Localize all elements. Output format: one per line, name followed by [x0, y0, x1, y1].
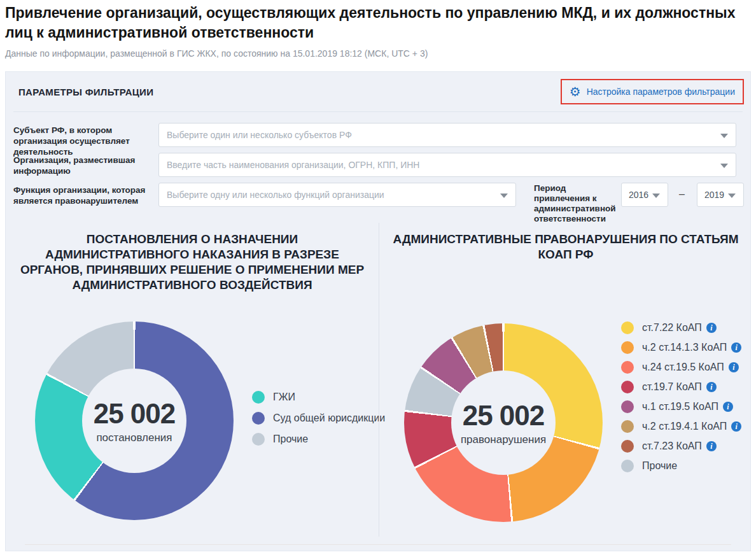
- dropdown-arrow-icon[interactable]: [720, 164, 728, 168]
- resolutions-chart-section: ПОСТАНОВЛЕНИЯ О НАЗНАЧЕНИИ АДМИНИСТРАТИВ…: [6, 220, 379, 540]
- legend-label: ч.24 ст.19.5 КоАП: [642, 362, 724, 373]
- organization-select[interactable]: [158, 153, 736, 177]
- legend-label: ч.2 ст.14.1.3 КоАП: [642, 342, 727, 353]
- legend-color-dot: [252, 412, 265, 425]
- offenses-legend: ст.7.22 КоАПiч.2 ст.14.1.3 КоАПiч.24 ст.…: [621, 321, 741, 473]
- period-to-select[interactable]: 2019: [697, 183, 744, 207]
- page-title: Привлечение организаций, осуществляющих …: [5, 3, 751, 43]
- resolutions-total-label: постановления: [96, 432, 172, 444]
- filter-panel-title: ПАРАМЕТРЫ ФИЛЬТРАЦИИ: [18, 87, 153, 97]
- legend-color-dot: [621, 460, 634, 472]
- filter-panel: ПАРАМЕТРЫ ФИЛЬТРАЦИИ ⚙ Настройка парамет…: [5, 71, 751, 551]
- legend-item[interactable]: ст.7.22 КоАПi: [621, 321, 741, 335]
- function-label: Функция организации, которая является пр…: [13, 185, 158, 206]
- resolutions-chart-title: ПОСТАНОВЛЕНИЯ О НАЗНАЧЕНИИ АДМИНИСТРАТИВ…: [18, 232, 366, 293]
- legend-label: Прочие: [642, 460, 677, 472]
- legend-label: Прочие: [273, 434, 308, 445]
- legend-item[interactable]: Суд общей юрисдикции: [252, 411, 385, 425]
- legend-item[interactable]: ст.7.23 КоАПi: [621, 439, 741, 453]
- filter-row-organization: Организация, разместившая информацию: [13, 153, 735, 177]
- subject-select[interactable]: [158, 123, 736, 147]
- info-icon[interactable]: i: [723, 402, 733, 412]
- resolutions-total: 25 002: [94, 398, 176, 430]
- legend-color-dot: [621, 361, 634, 374]
- charts-section: ПОСТАНОВЛЕНИЯ О НАЗНАЧЕНИИ АДМИНИСТРАТИВ…: [6, 220, 750, 540]
- resolutions-legend: ГЖИСуд общей юрисдикцииПрочие: [252, 390, 385, 446]
- legend-item[interactable]: ГЖИ: [252, 390, 385, 404]
- legend-item[interactable]: ч.2 ст.14.1.3 КоАПi: [621, 341, 741, 355]
- info-icon[interactable]: i: [706, 323, 717, 333]
- legend-color-dot: [621, 440, 634, 453]
- offenses-chart-title: АДМИНИСТРАТИВНЫЕ ПРАВОНАРУШЕНИЯ ПО СТАТЬ…: [392, 232, 739, 262]
- legend-item[interactable]: ч.24 ст.19.5 КоАПi: [621, 360, 741, 374]
- legend-label: ч.1 ст.19.5 КоАП: [642, 401, 718, 412]
- dropdown-arrow-icon[interactable]: [652, 194, 660, 198]
- legend-color-dot: [252, 433, 265, 446]
- subject-input[interactable]: [159, 123, 736, 146]
- header-divider: [13, 111, 743, 112]
- legend-color-dot: [621, 321, 634, 334]
- period-from-select[interactable]: 2016: [621, 183, 668, 207]
- organization-input[interactable]: [159, 153, 736, 176]
- filter-row-function: Функция организации, которая является пр…: [13, 183, 735, 207]
- info-icon[interactable]: i: [731, 421, 741, 432]
- info-icon[interactable]: i: [729, 362, 739, 372]
- dashboard-page: Привлечение организаций, осуществляющих …: [0, 0, 756, 557]
- legend-item[interactable]: Прочие: [621, 459, 741, 473]
- legend-label: ст.7.23 КоАП: [642, 441, 702, 452]
- offenses-chart-section: АДМИНИСТРАТИВНЫЕ ПРАВОНАРУШЕНИЯ ПО СТАТЬ…: [379, 220, 750, 540]
- legend-item[interactable]: ч.1 ст.19.5 КоАПi: [621, 400, 741, 414]
- period-to-value: 2019: [704, 190, 724, 200]
- settings-link[interactable]: ⚙ Настройка параметров фильтрации: [570, 85, 735, 98]
- info-icon[interactable]: i: [706, 441, 717, 451]
- filter-row-subject: Субъект РФ, в котором организация осущес…: [13, 123, 735, 147]
- resolutions-donut-center: 25 002 постановления: [82, 369, 186, 473]
- legend-label: ст.7.22 КоАП: [642, 322, 702, 334]
- period-label: Период привлечения к административной от…: [534, 183, 623, 224]
- legend-color-dot: [252, 391, 265, 404]
- dropdown-arrow-icon[interactable]: [720, 134, 728, 138]
- legend-label: ст.19.7 КоАП: [642, 381, 702, 393]
- legend-color-dot: [621, 420, 634, 433]
- legend-label: Суд общей юрисдикции: [273, 412, 385, 424]
- info-icon[interactable]: i: [731, 342, 741, 353]
- bottom-divider: [25, 544, 731, 545]
- legend-color-dot: [621, 341, 634, 354]
- dropdown-arrow-icon[interactable]: [500, 194, 508, 198]
- page-subtitle: Данные по информации, размещенной в ГИС …: [5, 48, 428, 59]
- period-from-value: 2016: [629, 190, 648, 200]
- legend-item[interactable]: ч.2 ст.19.4.1 КоАПi: [621, 420, 741, 434]
- period-separator: –: [679, 188, 685, 200]
- legend-label: ч.2 ст.19.4.1 КоАП: [642, 421, 727, 432]
- settings-highlight-box: ⚙ Настройка параметров фильтрации: [561, 79, 744, 104]
- settings-link-label: Настройка параметров фильтрации: [587, 87, 735, 97]
- legend-label: ГЖИ: [273, 391, 295, 403]
- offenses-total-label: правонарушения: [461, 434, 546, 446]
- info-icon[interactable]: i: [706, 382, 717, 392]
- offenses-total: 25 002: [463, 400, 545, 432]
- legend-color-dot: [621, 381, 634, 393]
- legend-item[interactable]: ст.19.7 КоАПi: [621, 380, 741, 394]
- filter-panel-header: ПАРАМЕТРЫ ФИЛЬТРАЦИИ ⚙ Настройка парамет…: [18, 72, 744, 111]
- function-input[interactable]: [159, 183, 515, 206]
- function-select[interactable]: [158, 183, 516, 207]
- dropdown-arrow-icon[interactable]: [728, 194, 736, 198]
- organization-label: Организация, разместившая информацию: [13, 155, 158, 176]
- legend-color-dot: [621, 400, 634, 413]
- offenses-donut-center: 25 002 правонарушения: [451, 370, 556, 475]
- gear-icon: ⚙: [570, 85, 581, 98]
- legend-item[interactable]: Прочие: [252, 432, 385, 446]
